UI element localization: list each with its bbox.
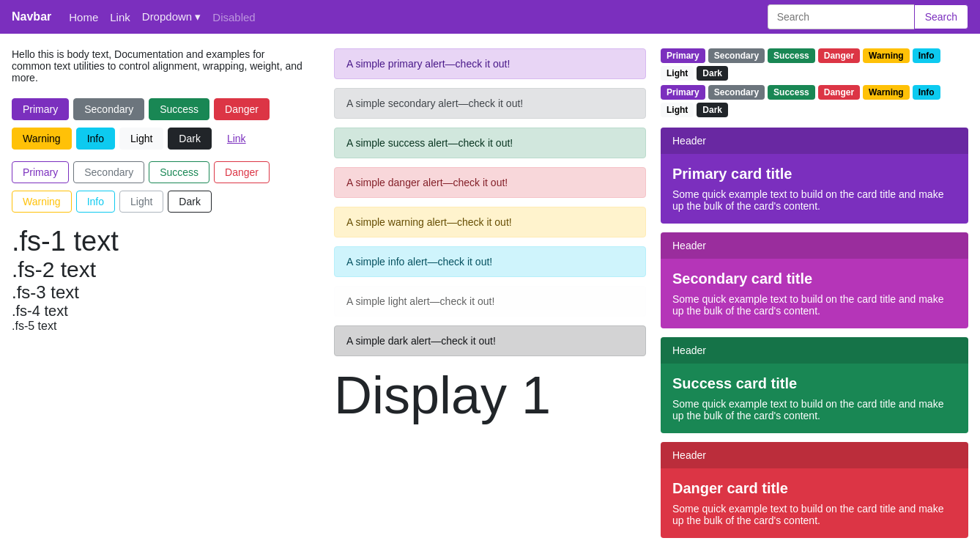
btn-outline-danger[interactable]: Danger (214, 161, 270, 183)
card-primary-text: Some quick example text to build on the … (672, 188, 957, 212)
btn-light[interactable]: Light (119, 128, 163, 150)
card-primary-header: Header (661, 128, 968, 154)
badge-row-2: Primary Secondary Success Danger Warning… (661, 85, 968, 117)
btn-outline-secondary[interactable]: Secondary (73, 161, 144, 183)
btn-dark[interactable]: Dark (168, 128, 212, 150)
navbar-link-disabled: Disabled (212, 11, 255, 23)
btn-outline-warning[interactable]: Warning (12, 191, 72, 213)
search-input[interactable] (768, 4, 914, 29)
btn-warning[interactable]: Warning (12, 128, 72, 150)
card-secondary-text: Some quick example text to build on the … (672, 293, 957, 317)
alert-info: A simple info alert—check it out! (334, 246, 646, 277)
badge-warning-1: Warning (863, 48, 910, 63)
btn-outline-light[interactable]: Light (119, 191, 163, 213)
chevron-down-icon: ▾ (195, 10, 201, 23)
badge-info-1: Info (913, 48, 940, 63)
badge-danger-1: Danger (818, 48, 860, 63)
alert-light: A simple light alert—check it out! (334, 286, 646, 317)
card-secondary: Header Secondary card title Some quick e… (661, 232, 968, 328)
alert-success: A simple success alert—check it out! (334, 128, 646, 158)
navbar-brand: Navbar (12, 10, 51, 23)
card-success-header: Header (661, 337, 968, 364)
right-column: Primary Secondary Success Danger Warning… (661, 48, 968, 547)
card-danger-header: Header (661, 442, 968, 468)
card-secondary-header: Header (661, 232, 968, 259)
card-danger-body: Danger card title Some quick example tex… (661, 468, 968, 538)
badge-secondary-2: Secondary (708, 85, 765, 100)
btn-outline-dark[interactable]: Dark (168, 191, 212, 213)
badge-secondary-1: Secondary (708, 48, 765, 63)
navbar-link-link[interactable]: Link (110, 11, 130, 23)
card-primary-body: Primary card title Some quick example te… (661, 154, 968, 224)
card-primary: Header Primary card title Some quick exa… (661, 128, 968, 224)
card-success: Header Success card title Some quick exa… (661, 337, 968, 433)
badge-light-1: Light (661, 66, 694, 81)
alert-primary: A simple primary alert—check it out! (334, 48, 646, 79)
badge-danger-2: Danger (818, 85, 860, 100)
alert-warning: A simple warning alert—check it out! (334, 207, 646, 237)
body-text: Hello this is body text, Documentation a… (12, 48, 305, 84)
alert-secondary: A simple secondary alert—check it out! (334, 88, 646, 119)
btn-outline-info[interactable]: Info (76, 191, 115, 213)
badge-primary-2: Primary (661, 85, 705, 100)
badge-light-2: Light (661, 103, 694, 117)
fs-2-text: .fs-2 text (12, 257, 305, 282)
btn-danger[interactable]: Danger (214, 98, 270, 120)
display-1-text: Display 1 (334, 365, 646, 425)
card-secondary-title: Secondary card title (672, 270, 957, 287)
btn-outline-primary[interactable]: Primary (12, 161, 69, 183)
card-success-title: Success card title (672, 375, 957, 392)
btn-link[interactable]: Link (216, 128, 257, 150)
search-button[interactable]: Search (914, 4, 968, 29)
navbar-link-home[interactable]: Home (69, 11, 98, 23)
card-success-body: Success card title Some quick example te… (661, 364, 968, 433)
btn-secondary[interactable]: Secondary (73, 98, 144, 120)
fs-1-text: .fs-1 text (12, 226, 305, 257)
card-danger: Header Danger card title Some quick exam… (661, 442, 968, 538)
btn-primary[interactable]: Primary (12, 98, 69, 120)
card-secondary-body: Secondary card title Some quick example … (661, 259, 968, 328)
fs-5-text: .fs-5 text (12, 320, 305, 333)
badge-success-2: Success (768, 85, 815, 100)
outline-buttons-row2: Warning Info Light Dark (12, 191, 305, 213)
btn-info[interactable]: Info (76, 128, 115, 150)
left-column: Hello this is body text, Documentation a… (12, 48, 319, 547)
alert-dark: A simple dark alert—check it out! (334, 325, 646, 356)
btn-success[interactable]: Success (149, 98, 209, 120)
badge-row-1: Primary Secondary Success Danger Warning… (661, 48, 968, 81)
badge-dark-2: Dark (697, 103, 728, 117)
alert-danger: A simple danger alert—check it out! (334, 167, 646, 198)
card-danger-text: Some quick example text to build on the … (672, 503, 957, 526)
card-danger-title: Danger card title (672, 480, 957, 497)
middle-column: A simple primary alert—check it out! A s… (319, 48, 661, 547)
badge-info-2: Info (913, 85, 940, 100)
outline-buttons-row1: Primary Secondary Success Danger (12, 161, 305, 183)
navbar-dropdown[interactable]: Dropdown ▾ (142, 10, 201, 23)
btn-outline-success[interactable]: Success (149, 161, 209, 183)
font-size-section: .fs-1 text .fs-2 text .fs-3 text .fs-4 t… (12, 226, 305, 333)
badge-success-1: Success (768, 48, 815, 63)
navbar: Navbar Home Link Dropdown ▾ Disabled Sea… (0, 0, 980, 34)
badge-dark-1: Dark (697, 66, 728, 81)
navbar-search: Search (768, 4, 968, 29)
card-success-text: Some quick example text to build on the … (672, 398, 957, 421)
solid-buttons-row2: Warning Info Light Dark Link (12, 128, 305, 150)
main-content: Hello this is body text, Documentation a… (0, 34, 980, 560)
solid-buttons-row1: Primary Secondary Success Danger (12, 98, 305, 120)
card-primary-title: Primary card title (672, 166, 957, 183)
badge-primary-1: Primary (661, 48, 705, 63)
badge-warning-2: Warning (863, 85, 910, 100)
fs-3-text: .fs-3 text (12, 282, 305, 303)
fs-4-text: .fs-4 text (12, 303, 305, 320)
